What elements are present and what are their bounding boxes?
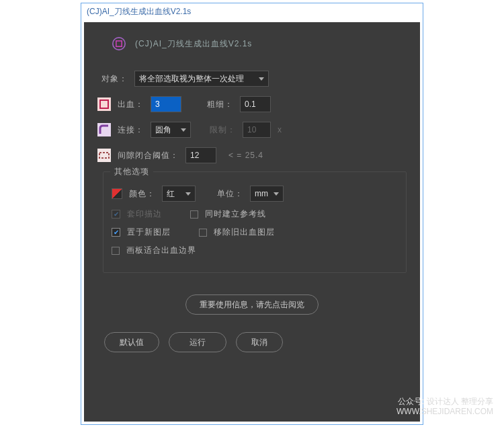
watermark-line2: WWW.SHEJIDAREN.COM bbox=[396, 407, 493, 416]
limit-label: 限制： bbox=[210, 124, 236, 136]
row-color-unit: 颜色： 红 单位： mm bbox=[112, 186, 398, 202]
color-swatch-icon bbox=[112, 188, 122, 199]
row-opts-3: 画板适合出血边界 bbox=[112, 245, 398, 256]
object-value: 将全部选取视为整体一次处理 bbox=[139, 73, 244, 85]
row-opts-2: 置于新图层 移除旧出血图层 bbox=[112, 227, 398, 238]
window-titlebar[interactable]: (CJ)AI_刀线生成出血线V2.1s bbox=[81, 3, 423, 19]
color-value: 红 bbox=[167, 188, 175, 200]
cancel-button[interactable]: 取消 bbox=[236, 332, 283, 352]
chevron-down-icon bbox=[185, 192, 191, 196]
gap-input[interactable] bbox=[185, 147, 216, 163]
row-opts-1: 套印描边 同时建立参考线 bbox=[112, 208, 398, 220]
color-label: 颜色： bbox=[129, 188, 155, 200]
app-icon bbox=[112, 37, 126, 50]
row-join: 连接： 圆角 限制： x bbox=[97, 120, 409, 139]
group-title: 其他选项 bbox=[110, 166, 153, 177]
gap-label: 间隙闭合阈值： bbox=[118, 150, 179, 161]
gap-hint: < = 25.4 bbox=[228, 151, 263, 160]
opt-removeold: 移除旧出血图层 bbox=[214, 227, 275, 238]
opt-guide: 同时建立参考线 bbox=[205, 208, 266, 220]
row-bleed: 出血： 粗细： bbox=[97, 95, 409, 114]
bleed-input[interactable] bbox=[151, 96, 181, 112]
bleed-label: 出血： bbox=[118, 99, 144, 110]
join-select[interactable]: 圆角 bbox=[151, 122, 191, 138]
unit-label: 单位： bbox=[217, 188, 243, 200]
info-row: 重要使用信息，请先点击阅览 bbox=[95, 294, 409, 315]
watermark-line1: 公众号: 设计达人 整理分享 bbox=[396, 397, 493, 406]
footer-buttons: 默认值 运行 取消 bbox=[104, 332, 409, 352]
info-button[interactable]: 重要使用信息，请先点击阅览 bbox=[185, 294, 319, 315]
opt-artboard: 画板适合出血边界 bbox=[126, 245, 196, 256]
chevron-down-icon bbox=[259, 77, 264, 81]
limit-suffix: x bbox=[278, 125, 282, 134]
unit-select[interactable]: mm bbox=[250, 186, 284, 202]
join-label: 连接： bbox=[118, 124, 144, 136]
checkbox-artboard[interactable] bbox=[112, 247, 120, 255]
stroke-label: 粗细： bbox=[207, 99, 233, 110]
window-title: (CJ)AI_刀线生成出血线V2.1s bbox=[87, 7, 191, 16]
chevron-down-icon bbox=[274, 192, 279, 196]
row-gap: 间隙闭合阈值： < = 25.4 bbox=[97, 146, 409, 165]
bleed-icon bbox=[97, 97, 111, 111]
other-options-group: 其他选项 颜色： 红 单位： mm 套印描边 bbox=[103, 171, 407, 273]
row-object: 对象： 将全部选取视为整体一次处理 bbox=[97, 69, 409, 88]
opt-newlayer: 置于新图层 bbox=[127, 227, 171, 238]
object-select[interactable]: 将全部选取视为整体一次处理 bbox=[134, 71, 269, 87]
object-label: 对象： bbox=[101, 73, 128, 85]
default-button[interactable]: 默认值 bbox=[104, 332, 159, 352]
checkbox-overprint bbox=[112, 210, 120, 219]
checkbox-guide[interactable] bbox=[190, 210, 198, 219]
panel-body: (CJ)AI_刀线生成出血线V2.1s 对象： 将全部选取视为整体一次处理 出血… bbox=[84, 22, 420, 422]
dialog-window: (CJ)AI_刀线生成出血线V2.1s (CJ)AI_刀线生成出血线V2.1s … bbox=[81, 3, 423, 425]
unit-value: mm bbox=[255, 189, 268, 198]
checkbox-newlayer[interactable] bbox=[112, 228, 120, 237]
watermark: 公众号: 设计达人 整理分享 WWW.SHEJIDAREN.COM bbox=[396, 397, 493, 416]
svg-point-0 bbox=[113, 38, 125, 50]
color-select[interactable]: 红 bbox=[162, 186, 196, 202]
join-value: 圆角 bbox=[155, 124, 171, 136]
opt-overprint: 套印描边 bbox=[127, 208, 162, 220]
join-icon bbox=[97, 123, 111, 136]
dialog-title: (CJ)AI_刀线生成出血线V2.1s bbox=[135, 38, 252, 50]
chevron-down-icon bbox=[181, 128, 186, 132]
checkbox-removeold[interactable] bbox=[199, 229, 207, 237]
limit-input bbox=[243, 122, 271, 138]
gap-icon bbox=[97, 149, 111, 162]
run-button[interactable]: 运行 bbox=[169, 332, 226, 352]
dialog-header: (CJ)AI_刀线生成出血线V2.1s bbox=[95, 34, 409, 63]
stroke-input[interactable] bbox=[240, 96, 271, 112]
